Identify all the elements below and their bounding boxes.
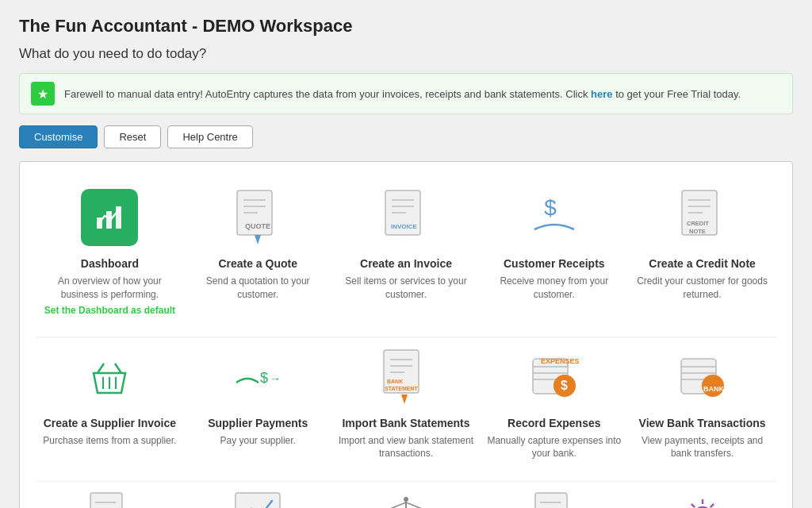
grid-item-import-bank[interactable]: BANK STATEMENT Import Bank Statements Im… xyxy=(332,337,481,474)
expenses-icon-wrapper: $ EXPENSES xyxy=(523,345,586,409)
expenses-icon: $ EXPENSES xyxy=(527,349,582,405)
banking-icon: BANKING xyxy=(675,349,730,405)
supplier-payments-icon-wrapper: $ → xyxy=(226,345,289,409)
toolbar: Customise Reset Help Centre xyxy=(19,125,793,148)
invoice-desc: Sell items or services to your customer. xyxy=(339,275,474,302)
grid-item-settings[interactable] xyxy=(628,482,776,508)
svg-line-56 xyxy=(390,502,406,508)
credit-note-title: Create a Credit Note xyxy=(649,257,756,270)
invoice-title: Create an Invoice xyxy=(360,257,452,270)
supplier-payments-desc: Pay your supplier. xyxy=(220,434,296,448)
grid-row-1: Dashboard An overview of how your busine… xyxy=(36,178,776,329)
svg-text:EXPENSES: EXPENSES xyxy=(541,357,580,365)
svg-rect-59 xyxy=(535,493,567,508)
help-centre-button[interactable]: Help Centre xyxy=(167,125,252,148)
receipts-icon: $ xyxy=(527,190,582,245)
promo-text: Farewell to manual data entry! AutoEntry… xyxy=(64,88,741,100)
grid-item-receipts[interactable]: $ Customer Receipts Receive money from y… xyxy=(480,178,628,329)
credit-note-icon-wrapper: CREDIT NOTE xyxy=(671,186,734,249)
svg-text:QUOTE: QUOTE xyxy=(245,222,270,230)
grid-item-credit-note[interactable]: CREDIT NOTE Create a Credit Note Credit … xyxy=(628,178,776,329)
basket-icon xyxy=(82,349,137,405)
grid-row-2: Create a Supplier Invoice Purchase items… xyxy=(36,337,776,474)
expenses-desc: Manually capture expenses into your bank… xyxy=(486,434,622,461)
invoice-icon: INVOICE xyxy=(382,189,430,246)
svg-text:INVOICE: INVOICE xyxy=(391,223,418,230)
svg-text:$: $ xyxy=(260,370,268,386)
svg-text:$: $ xyxy=(544,195,557,220)
bank-transactions-desc: View payments, receipts and bank transfe… xyxy=(634,434,770,461)
invoice-icon-wrapper: INVOICE xyxy=(374,186,438,249)
grid-item-report[interactable] xyxy=(184,482,332,508)
page-wrapper: The Fun Accountant - DEMO Workspace What… xyxy=(0,0,812,508)
supplier-invoice-icon-wrapper xyxy=(78,345,141,409)
dashboard-title: Dashboard xyxy=(81,257,139,270)
grid-item-dashboard[interactable]: Dashboard An overview of how your busine… xyxy=(36,178,184,329)
expenses-title: Record Expenses xyxy=(508,417,601,429)
import-bank-desc: Import and view bank statement transacti… xyxy=(339,434,474,461)
dashboard-desc: An overview of how your business is perf… xyxy=(42,275,178,302)
receipts-icon-wrapper: $ xyxy=(523,186,586,249)
svg-text:NOTE: NOTE xyxy=(689,228,706,235)
import-bank-icon-wrapper: BANK STATEMENT xyxy=(374,345,438,409)
bank-transactions-icon-wrapper: BANKING xyxy=(671,345,734,409)
import-bank-title: Import Bank Statements xyxy=(342,417,469,429)
grid-item-expenses[interactable]: $ EXPENSES Record Expenses Manually capt… xyxy=(480,337,628,474)
svg-text:CREDIT: CREDIT xyxy=(687,220,709,227)
credit-note-icon: CREDIT NOTE xyxy=(679,189,726,246)
grid-item-supplier-payments[interactable]: $ → Supplier Payments Pay your supplier. xyxy=(184,337,332,474)
promo-bar: ★ Farewell to manual data entry! AutoEnt… xyxy=(19,73,793,114)
grid-item-statement[interactable]: STATEMENT xyxy=(36,482,184,508)
grid-item-invoice[interactable]: INVOICE Create an Invoice Sell items or … xyxy=(332,178,481,329)
svg-marker-33 xyxy=(401,394,408,404)
svg-line-57 xyxy=(406,502,422,508)
quote-desc: Send a quotation to your customer. xyxy=(190,275,326,302)
receipts-desc: Receive money from your customer. xyxy=(486,275,622,302)
svg-text:BANK: BANK xyxy=(387,379,403,384)
svg-text:$: $ xyxy=(561,379,568,392)
tax-bottom-icon: TAX xyxy=(532,491,576,508)
chart-bottom-icon xyxy=(234,491,282,508)
svg-marker-9 xyxy=(255,235,261,244)
svg-line-73 xyxy=(710,504,713,507)
supplier-payments-icon: $ → xyxy=(230,349,285,405)
settings-bottom-icon-wrapper xyxy=(671,493,734,508)
set-default-link[interactable]: Set the Dashboard as default xyxy=(44,305,175,316)
grid-item-balance[interactable] xyxy=(332,482,481,508)
supplier-invoice-desc: Purchase items from a supplier. xyxy=(43,434,176,448)
svg-text:STATEMENT: STATEMENT xyxy=(385,386,418,391)
grid-item-quote[interactable]: QUOTE Create a Quote Send a quotation to… xyxy=(184,178,332,329)
supplier-payments-title: Supplier Payments xyxy=(208,417,308,429)
svg-rect-47 xyxy=(90,493,122,508)
dashboard-icon-wrapper xyxy=(78,186,141,249)
credit-note-desc: Credit your customer for goods returned. xyxy=(634,275,770,302)
promo-link[interactable]: here xyxy=(591,88,612,100)
dashboard-icon xyxy=(81,189,138,246)
statement-bottom-icon: STATEMENT xyxy=(87,491,132,508)
quote-title: Create a Quote xyxy=(218,257,297,270)
quote-icon: QUOTE xyxy=(234,189,282,246)
quote-icon-wrapper: QUOTE xyxy=(226,186,289,249)
svg-point-58 xyxy=(404,497,408,502)
star-icon: ★ xyxy=(31,82,55,106)
grid-row-3: STATEMENT xyxy=(36,482,776,508)
grid-item-supplier-invoice[interactable]: Create a Supplier Invoice Purchase items… xyxy=(36,337,184,474)
grid-item-tax[interactable]: TAX xyxy=(480,482,628,508)
svg-text:→: → xyxy=(270,372,281,385)
report-bottom-icon-wrapper xyxy=(226,493,289,508)
page-title: The Fun Accountant - DEMO Workspace xyxy=(19,16,793,37)
scale-bottom-icon xyxy=(382,491,430,508)
reset-button[interactable]: Reset xyxy=(104,125,161,148)
svg-rect-53 xyxy=(236,493,280,508)
grid-item-bank-transactions[interactable]: BANKING View Bank Transactions View paym… xyxy=(628,337,776,474)
supplier-invoice-title: Create a Supplier Invoice xyxy=(44,417,176,429)
customise-button[interactable]: Customise xyxy=(19,125,98,148)
balance-bottom-icon-wrapper xyxy=(374,493,438,508)
import-bank-icon: BANK STATEMENT xyxy=(381,348,431,406)
bank-transactions-title: View Bank Transactions xyxy=(639,417,766,429)
tax-bottom-icon-wrapper: TAX xyxy=(523,493,586,508)
gear-bottom-icon xyxy=(679,491,726,508)
receipts-title: Customer Receipts xyxy=(504,257,605,270)
statement-bottom-icon-wrapper: STATEMENT xyxy=(78,493,141,508)
svg-line-71 xyxy=(691,504,694,507)
